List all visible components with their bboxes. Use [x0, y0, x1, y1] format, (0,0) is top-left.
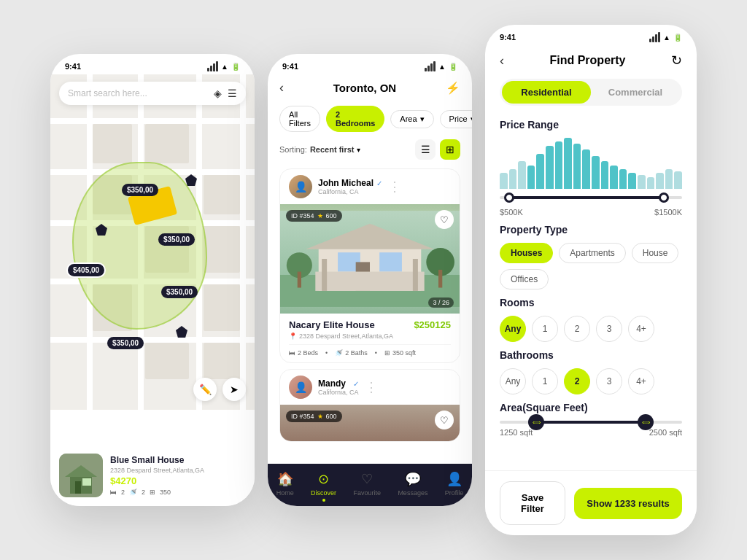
map-view[interactable]: $350,00 $350,00 $350,00 $350,00 $405,00 … — [50, 74, 255, 410]
property-type-section: Property Type Houses Apartments House Of… — [485, 221, 697, 294]
bathrooms-1[interactable]: 1 — [532, 368, 558, 394]
baths-spec: 🚿 2 Baths — [335, 349, 368, 357]
rooms-3[interactable]: 3 — [596, 316, 622, 342]
navigate-icon[interactable]: ➤ — [222, 378, 246, 401]
chart-bar — [601, 161, 609, 189]
price-tag[interactable]: $350,00 — [107, 337, 144, 349]
favorite-button-2[interactable]: ♡ — [435, 411, 454, 429]
chart-bar — [573, 144, 581, 189]
refresh-icon[interactable]: ↻ — [671, 52, 682, 69]
area-slider[interactable]: ⟺ ⟺ — [500, 421, 682, 424]
property-type-title: Property Type — [500, 224, 682, 236]
price-tag-selected[interactable]: $405,00 — [66, 262, 106, 278]
listing-name-1: Nacary Elite House — [289, 319, 375, 330]
tag-apartments[interactable]: Apartments — [559, 243, 625, 263]
rooms-2[interactable]: 2 — [564, 316, 590, 342]
property-card-mini[interactable]: Blue Small House 2328 Despard Street,Atl… — [50, 445, 255, 506]
listing-item-2[interactable]: 👤 Mandy ✓ California, CA ⋮ ID #354 ★ 600… — [279, 369, 460, 442]
filter-icon[interactable]: ⚡ — [446, 81, 460, 95]
nav-discover[interactable]: ⊙ Discover — [311, 471, 336, 502]
tag-houses[interactable]: Houses — [500, 243, 553, 263]
active-indicator — [322, 499, 325, 502]
filter-back-button[interactable]: ‹ — [500, 53, 504, 69]
nav-discover-label: Discover — [311, 489, 336, 497]
rooms-title: Rooms — [500, 297, 682, 308]
residential-segment[interactable]: Residential — [502, 81, 591, 104]
area-chip[interactable]: Area▾ — [390, 110, 433, 128]
chart-bar — [582, 149, 590, 189]
area-thumb-min[interactable]: ⟺ — [528, 414, 544, 430]
save-filter-button[interactable]: Save Filter — [500, 481, 565, 525]
nav-favourite[interactable]: ♡ Favourite — [353, 471, 381, 502]
nav-profile[interactable]: 👤 Profile — [445, 471, 464, 502]
range-track — [509, 196, 665, 199]
sqft-spec-icon: ⊞ — [384, 349, 390, 357]
rooms-1[interactable]: 1 — [532, 316, 558, 342]
favorite-button-1[interactable]: ♡ — [435, 210, 454, 229]
map-block — [93, 124, 132, 163]
rooms-4plus[interactable]: 4+ — [628, 316, 654, 342]
bathrooms-section: Bathrooms Any 1 2 3 4+ — [485, 346, 697, 399]
wifi-icon: ▲ — [221, 63, 228, 71]
range-thumb-max[interactable] — [659, 192, 669, 203]
list-view-button[interactable]: ☰ — [415, 139, 436, 160]
chart-bar — [619, 169, 627, 189]
price-range-slider[interactable] — [500, 196, 682, 199]
rooms-any[interactable]: Any — [500, 316, 526, 342]
map-block — [145, 343, 189, 379]
filter-actions: Save Filter Show 1233 results — [485, 470, 697, 535]
nav-messages[interactable]: 💬 Messages — [398, 471, 427, 502]
search-bar[interactable]: Smart search here... ◈ ☰ — [59, 82, 246, 105]
chart-bar — [555, 141, 563, 189]
time-2: 9:41 — [282, 62, 298, 71]
chevron-icon: ▾ — [420, 114, 425, 124]
more-options-button-2[interactable]: ⋮ — [365, 379, 378, 395]
grid-view-button[interactable]: ⊞ — [440, 139, 460, 160]
bathrooms-any[interactable]: Any — [500, 368, 526, 394]
listing-image-1: ID #354 ★ 600 ♡ 3 / 26 — [280, 204, 460, 314]
bedrooms-chip[interactable]: 2 Bedrooms — [326, 106, 384, 132]
price-tag[interactable]: $350,00 — [161, 286, 198, 298]
price-min-label: $500K — [500, 208, 523, 217]
all-filters-chip[interactable]: All Filters — [279, 106, 320, 132]
nav-home[interactable]: 🏠 Home — [276, 471, 294, 502]
price-tag[interactable]: $350,00 — [158, 233, 195, 246]
area-title: Area(Square Feet) — [500, 402, 682, 413]
bathrooms-4plus[interactable]: 4+ — [628, 368, 654, 394]
sort-chevron-icon[interactable]: ▾ — [357, 146, 360, 154]
verified-badge-2: ✓ — [353, 380, 359, 388]
area-thumb-max[interactable]: ⟺ — [638, 414, 654, 430]
tag-offices[interactable]: Offices — [500, 269, 549, 289]
chart-bar — [628, 173, 636, 189]
bathrooms-3[interactable]: 3 — [596, 368, 622, 394]
show-results-button[interactable]: Show 1233 results — [574, 488, 682, 519]
svg-rect-12 — [315, 272, 424, 291]
chart-bar — [564, 138, 572, 189]
price-chip[interactable]: Price▾ — [440, 110, 472, 128]
signal-bars-1 — [207, 61, 218, 71]
chart-bar — [610, 166, 618, 189]
addr-text-1: 2328 Despard Street,Atlanta,GA — [299, 332, 393, 340]
signal-bar — [658, 32, 660, 42]
more-options-button-1[interactable]: ⋮ — [388, 179, 401, 195]
discover-icon: ⊙ — [318, 471, 329, 487]
svg-rect-18 — [438, 270, 442, 288]
commercial-segment[interactable]: Commercial — [591, 81, 680, 104]
bathrooms-2[interactable]: 2 — [564, 368, 590, 394]
listing-item-1[interactable]: 👤 John Micheal ✓ California, CA ⋮ — [279, 168, 460, 363]
range-thumb-min[interactable] — [504, 192, 514, 203]
edit-icon[interactable]: ✏️ — [193, 378, 217, 401]
menu-icon[interactable]: ☰ — [228, 88, 237, 99]
area-label: Area — [400, 114, 417, 123]
svg-rect-10 — [379, 252, 402, 271]
navigation-icon[interactable]: ◈ — [214, 88, 222, 99]
sorting-info: Sorting: Recent first ▾ — [279, 145, 360, 154]
nav-profile-label: Profile — [445, 489, 464, 497]
chart-bar — [527, 166, 535, 189]
tag-house[interactable]: House — [632, 243, 679, 263]
back-button[interactable]: ‹ — [279, 80, 284, 96]
listing-id-1: ID #354 — [291, 212, 314, 219]
rating-1: 600 — [326, 212, 337, 219]
price-tag[interactable]: $350,00 — [122, 184, 158, 196]
map-block — [204, 175, 240, 214]
